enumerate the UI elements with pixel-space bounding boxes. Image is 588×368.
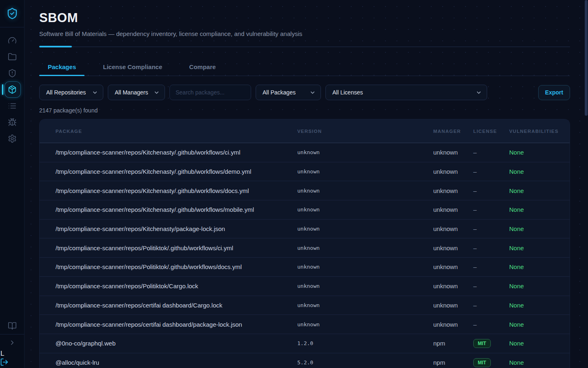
cell-vulnerabilities: None — [509, 340, 570, 347]
cell-license: – — [473, 321, 509, 328]
column-header-vulnerabilities: VULNERABILITIES — [509, 129, 570, 134]
cell-manager: unknown — [433, 302, 473, 309]
sidebar-item-inventory[interactable] — [0, 98, 24, 114]
cell-vulnerabilities: None — [509, 283, 570, 289]
sidebar-nav — [0, 32, 24, 147]
tab-packages[interactable]: Packages — [39, 60, 85, 76]
page-title: SBOM — [39, 11, 570, 25]
cell-license: – — [473, 206, 509, 213]
license-value: – — [473, 283, 477, 289]
cell-manager: unknown — [433, 245, 473, 251]
results-summary: 2147 package(s) found — [39, 107, 570, 114]
table-header: PACKAGE VERSION MANAGER LICENSE VULNERAB… — [40, 119, 570, 143]
cell-manager: unknown — [433, 321, 473, 328]
cell-vulnerabilities: None — [509, 225, 570, 232]
tab-compare[interactable]: Compare — [180, 60, 224, 76]
licenses-select[interactable]: All Licenses — [325, 85, 487, 100]
cell-vulnerabilities: None — [509, 321, 570, 328]
managers-select-value: All Managers — [115, 89, 148, 96]
cell-package: @alloc/quick-lru — [56, 359, 297, 366]
cell-vulnerabilities: None — [509, 263, 570, 270]
shield-alert-icon — [8, 69, 17, 78]
license-value: – — [473, 321, 477, 328]
cell-vulnerabilities: None — [509, 187, 570, 194]
cell-package: /tmp/compliance-scanner/repos/Kitchenast… — [56, 168, 297, 175]
cell-license: – — [473, 283, 509, 289]
license-value: – — [473, 149, 477, 156]
repositories-select[interactable]: All Repositories — [39, 85, 103, 100]
column-header-version: VERSION — [297, 129, 433, 134]
cell-version: unknown — [297, 226, 433, 232]
logout-button[interactable] — [0, 358, 9, 368]
column-header-manager: MANAGER — [433, 129, 473, 134]
cell-version: 5.2.0 — [297, 359, 433, 366]
divider-line — [39, 47, 570, 47]
collapse-sidebar-button[interactable] — [0, 334, 24, 351]
chevron-down-icon — [154, 90, 160, 96]
sidebar-item-dashboard[interactable] — [0, 32, 24, 49]
app-screen: L SBOM Software Bill of Materials — depe… — [0, 0, 588, 368]
license-value: – — [473, 302, 477, 309]
title-divider — [39, 46, 570, 47]
cell-license: MIT — [473, 339, 509, 348]
cell-package: /tmp/compliance-scanner/repos/Politiktok… — [56, 283, 297, 289]
managers-select[interactable]: All Managers — [108, 85, 165, 100]
packages-table: PACKAGE VERSION MANAGER LICENSE VULNERAB… — [39, 119, 570, 368]
bug-icon — [8, 118, 17, 127]
chevron-down-icon — [310, 90, 316, 96]
packages-select[interactable]: All Packages — [256, 85, 321, 100]
cell-vulnerabilities: None — [509, 149, 570, 156]
cell-vulnerabilities: None — [509, 168, 570, 175]
sidebar-item-vulnerabilities[interactable] — [0, 114, 24, 130]
table-body: /tmp/compliance-scanner/repos/Kitchenast… — [40, 143, 570, 368]
table-row: /tmp/compliance-scanner/repos/Kitchenast… — [40, 162, 570, 182]
sidebar-item-packages[interactable] — [0, 81, 24, 98]
cell-version: 1.2.0 — [297, 340, 433, 346]
cell-version: unknown — [297, 149, 433, 155]
page-subtitle: Software Bill of Materials — dependency … — [39, 30, 570, 37]
cell-package: /tmp/compliance-scanner/repos/certifai d… — [56, 321, 297, 328]
cell-version: unknown — [297, 264, 433, 270]
table-row: /tmp/compliance-scanner/repos/certifai d… — [40, 315, 570, 334]
cell-package: /tmp/compliance-scanner/repos/Kitchenast… — [56, 206, 297, 213]
sidebar-item-docs[interactable] — [0, 318, 24, 334]
tab-bar: Packages License Compliance Compare — [39, 60, 570, 76]
cell-version: unknown — [297, 245, 433, 251]
search-input[interactable] — [169, 85, 251, 100]
list-icon — [8, 101, 17, 110]
table-row: @0no-co/graphql.web 1.2.0 npm MIT None — [40, 334, 570, 353]
active-indicator — [2, 84, 3, 95]
cell-manager: unknown — [433, 168, 473, 175]
gauge-icon — [8, 36, 17, 45]
table-row: /tmp/compliance-scanner/repos/Kitchenast… — [40, 143, 570, 162]
chevron-down-icon — [92, 90, 98, 96]
shield-check-icon — [6, 7, 18, 20]
app-logo — [0, 0, 24, 27]
cell-manager: npm — [433, 340, 473, 347]
cell-version: unknown — [297, 206, 433, 213]
overflow-label: L — [0, 350, 4, 358]
table-row: @alloc/quick-lru 5.2.0 npm MIT None — [40, 353, 570, 368]
chevron-right-icon — [9, 339, 16, 346]
cell-manager: unknown — [433, 263, 473, 270]
folder-icon — [8, 52, 17, 61]
export-button[interactable]: Export — [538, 85, 570, 100]
license-value: – — [473, 245, 477, 251]
cell-package: /tmp/compliance-scanner/repos/Politiktok… — [56, 263, 297, 270]
cell-version: unknown — [297, 321, 433, 328]
repositories-select-value: All Repositories — [46, 89, 86, 96]
cell-license: – — [473, 187, 509, 194]
sidebar-item-alerts[interactable] — [0, 65, 24, 81]
cell-vulnerabilities: None — [509, 206, 570, 213]
licenses-select-value: All Licenses — [332, 89, 363, 96]
sidebar-item-settings[interactable] — [0, 130, 24, 147]
sidebar-item-repositories[interactable] — [0, 49, 24, 65]
cell-manager: unknown — [433, 187, 473, 194]
cell-package: /tmp/compliance-scanner/repos/Kitchenast… — [56, 225, 297, 232]
filter-bar: All Repositories All Managers All Packag… — [39, 85, 570, 100]
tab-license-compliance[interactable]: License Compliance — [94, 60, 171, 76]
license-value: – — [473, 225, 477, 232]
scrollbar-thumb[interactable] — [585, 0, 588, 116]
divider-accent — [39, 46, 72, 47]
cell-version: unknown — [297, 168, 433, 175]
